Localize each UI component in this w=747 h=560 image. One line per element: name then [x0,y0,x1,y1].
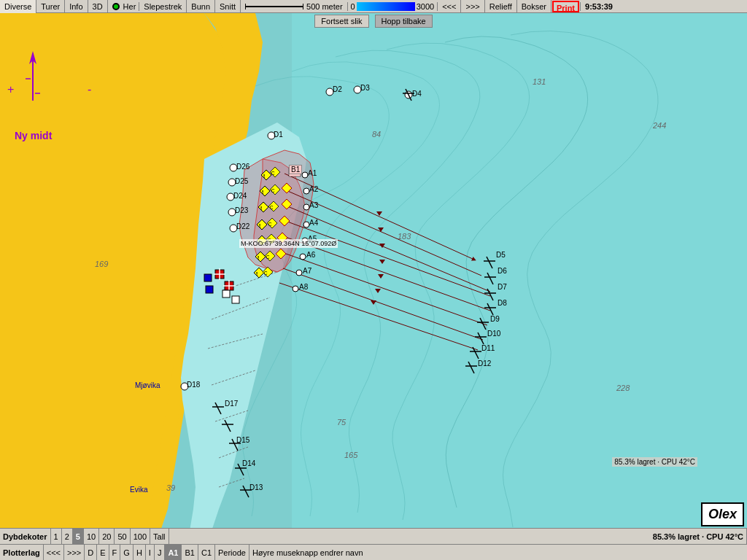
label-mjaevika: Mjøvika [135,381,160,389]
depth-5[interactable]: 5 [73,529,84,545]
depth-165: 165 [344,451,357,459]
layer-h[interactable]: H [133,545,146,561]
olex-logo: Olex [701,502,744,526]
print-btn[interactable]: Print [552,1,579,12]
dybdekoter-label: Dybdekoter [0,529,51,545]
depth-1[interactable]: 1 [51,529,62,545]
label-a1: A1 [308,169,317,177]
plotterlag-label: Plotterlag [0,545,44,561]
layer-j[interactable]: J [155,545,166,561]
label-d23: D23 [235,206,248,214]
label-d24: D24 [233,192,247,200]
relief-btn[interactable]: Relieff [485,0,517,13]
plotterlag-nav-left[interactable]: <<< [44,545,64,561]
menu-bunn[interactable]: Bunn [187,0,215,13]
layer-b1[interactable]: B1 [182,545,198,561]
svg-point-68 [303,188,309,194]
layer-i[interactable]: I [146,545,155,561]
depth-tall[interactable]: Tall [150,529,169,545]
plus-symbol: + [7,83,14,96]
coord-display: M-KOO:67°39.364N 15°07.092Ø [239,239,338,248]
depth-39: 39 [166,483,175,492]
depth-10[interactable]: 10 [84,529,99,545]
radio-her[interactable] [112,3,120,10]
label-a8: A8 [299,283,308,291]
fortsett-btn[interactable]: Fortsett slik [314,15,368,28]
svg-point-70 [303,222,309,228]
hopp-btn[interactable]: Hopp tilbake [375,15,433,28]
depth-gradient [357,2,415,11]
periode-label[interactable]: Periode [215,545,249,561]
mouse-info: Høyre museknapp endrer navn [249,545,747,561]
menu-diverse[interactable]: Diverse [0,0,36,13]
svg-rect-96 [206,286,213,293]
label-d11: D11 [481,344,495,352]
depth-131: 131 [533,77,546,86]
layer-c1[interactable]: C1 [198,545,215,561]
layer-a1[interactable]: A1 [165,545,182,561]
depth-50[interactable]: 50 [115,529,130,545]
svg-point-72 [300,254,306,260]
svg-text:C: C [263,271,267,276]
menu-snitt[interactable]: Snitt [215,0,241,13]
svg-text:!: ! [259,222,261,229]
menu-info[interactable]: Info [65,0,88,13]
plotterlag-nav-right[interactable]: >>> [64,545,85,561]
status-info: 85.3% lagret · CPU 42°C [612,457,697,467]
cpu-info: 85.3% lagret · CPU 42°C [650,529,747,545]
nav-left[interactable]: <<< [438,0,461,13]
depth-84: 84 [372,130,381,139]
menu-3d[interactable]: 3D [88,0,108,13]
svg-point-73 [296,270,302,276]
layer-d[interactable]: D [85,545,97,561]
depth-20[interactable]: 20 [99,529,115,545]
label-a2: A2 [309,185,318,193]
depth-100[interactable]: 100 [131,529,150,545]
label-a6: A6 [306,251,315,259]
scale-bar: 500 meter [241,2,348,11]
menu-turer[interactable]: Turer [36,0,65,13]
label-d14: D14 [242,459,255,467]
svg-text:C: C [268,222,271,227]
label-d3: D3 [360,84,370,92]
label-a3: A3 [309,201,318,209]
svg-rect-98 [232,296,239,303]
svg-rect-97 [222,290,230,298]
svg-point-74 [293,286,298,292]
label-a4: A4 [309,219,318,227]
svg-point-69 [303,204,309,210]
menu-slepestrek[interactable]: Slepestrek [139,0,187,13]
bokser-btn[interactable]: Bokser [517,0,551,13]
svg-point-67 [302,172,308,178]
layer-g[interactable]: G [120,545,133,561]
label-d1: D1 [274,131,283,139]
svg-text:!: ! [258,254,260,261]
depth-183: 183 [398,232,411,241]
layer-e[interactable]: E [97,545,109,561]
label-d18: D18 [187,381,200,389]
depth-max: 3000 [417,2,434,11]
svg-text:C: C [271,171,274,176]
depth-min: 0 [351,2,355,11]
label-d10: D10 [487,330,500,338]
label-d8: D8 [498,299,507,307]
nav-right[interactable]: >>> [461,0,484,13]
label-d7: D7 [498,283,507,291]
menu-her-label[interactable]: Her [123,2,136,11]
svg-text:!: ! [260,205,263,211]
label-d22: D22 [236,222,249,230]
minus-symbol: - [88,83,91,96]
svg-text:!: ! [263,173,266,179]
tooltip-bar: Fortsett slik Hopp tilbake [0,13,747,29]
layer-f[interactable]: F [109,545,121,561]
label-d4: D4 [412,90,422,98]
depth-2[interactable]: 2 [62,529,73,545]
depth-169: 169 [95,260,108,268]
label-d17: D17 [225,400,238,408]
label-d15: D15 [236,436,249,444]
map-area[interactable]: ! ! ! ! ! ! ! [0,13,747,531]
depth-statusbar: Dybdekoter 1 2 5 10 20 50 100 Tall 85.3%… [0,528,747,544]
label-d26: D26 [236,163,249,171]
label-d5: D5 [496,251,506,259]
label-d6: D6 [498,267,507,275]
